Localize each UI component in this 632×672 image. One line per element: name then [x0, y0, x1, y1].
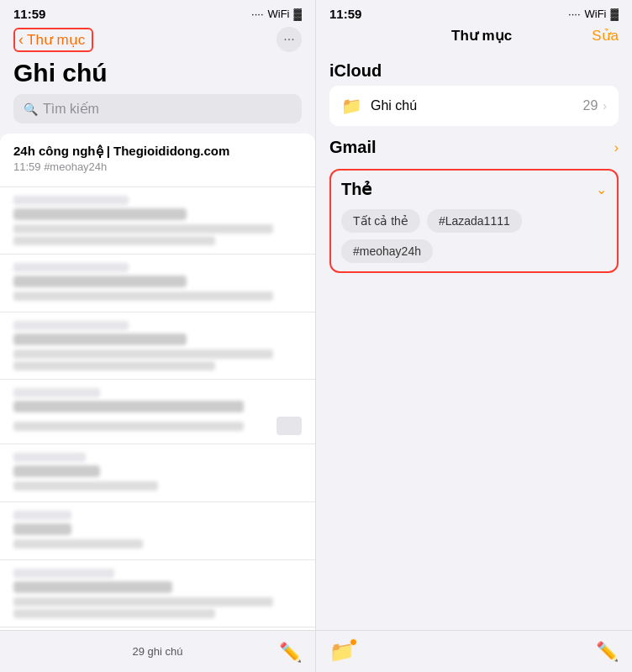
time-left: 11:59: [13, 7, 45, 21]
bottom-bar-left: 29 ghi chú ✏️: [0, 630, 315, 672]
back-label: Thư mục: [27, 31, 85, 49]
signal-icon: ····: [251, 8, 263, 20]
list-item[interactable]: [0, 560, 315, 627]
folder-row-ghi-chu[interactable]: 📁 Ghi chú 29 ›: [329, 86, 619, 126]
new-folder-badge: [350, 638, 357, 646]
note-title: 24h công nghệ | Thegioididong.com: [13, 144, 302, 159]
tag-all[interactable]: Tất cả thẻ: [341, 209, 420, 233]
status-icons-right: ···· WiFi ▓: [568, 8, 619, 20]
notes-list: 24h công nghệ | Thegioididong.com 11:59 …: [0, 134, 315, 630]
back-chevron-icon: ‹: [18, 31, 24, 49]
right-panel: 11:59 ···· WiFi ▓ Thư mục Sửa iCloud 📁 G…: [316, 0, 632, 672]
folders-list: iCloud 📁 Ghi chú 29 › Gmail › Thẻ ⌄ Tất …: [316, 51, 632, 630]
gmail-title: Gmail: [329, 138, 377, 157]
time-right: 11:59: [329, 7, 361, 21]
search-bar[interactable]: 🔍 Tìm kiếm: [13, 94, 302, 123]
tag-meohay[interactable]: #meohay24h: [341, 239, 433, 263]
tags-chevron-icon: ⌄: [596, 181, 607, 197]
signal-icon-right: ····: [568, 8, 580, 20]
status-bar-left: 11:59 ···· WiFi ▓: [0, 0, 315, 24]
more-icon: ···: [283, 32, 294, 47]
tags-section: Thẻ ⌄ Tất cả thẻ #Lazada1111 #meohay24h: [329, 169, 619, 273]
tag-lazada[interactable]: #Lazada1111: [427, 209, 522, 233]
back-button[interactable]: ‹ Thư mục: [13, 28, 93, 52]
folder-name: Ghi chú: [371, 98, 417, 113]
wifi-icon-right: WiFi: [585, 8, 607, 20]
folder-icon: 📁: [341, 96, 362, 116]
gmail-chevron-icon: ›: [614, 140, 619, 155]
compose-button[interactable]: ✏️: [279, 642, 302, 664]
edit-button[interactable]: Sửa: [592, 27, 619, 45]
new-folder-button[interactable]: 📁: [329, 640, 355, 664]
tags-header: Thẻ ⌄: [341, 179, 607, 199]
note-item-first[interactable]: 24h công nghệ | Thegioididong.com 11:59 …: [0, 134, 315, 187]
chevron-right-icon: ›: [603, 99, 607, 113]
tags-grid: Tất cả thẻ #Lazada1111 #meohay24h: [341, 209, 607, 263]
nav-title-right: Thư mục: [451, 27, 512, 45]
list-item[interactable]: [0, 255, 315, 312]
nav-bar-left: ‹ Thư mục ···: [0, 24, 315, 59]
folder-row-inner: 📁 Ghi chú: [341, 96, 417, 116]
list-item[interactable]: [0, 444, 315, 502]
wifi-icon: WiFi: [268, 8, 290, 20]
folder-right: 29 ›: [583, 98, 607, 113]
status-icons-left: ···· WiFi ▓: [251, 8, 302, 20]
status-bar-right: 11:59 ···· WiFi ▓: [316, 0, 632, 24]
search-icon: 🔍: [24, 102, 38, 116]
gmail-section[interactable]: Gmail ›: [329, 129, 619, 162]
battery-icon-right: ▓: [611, 8, 619, 20]
notes-count: 29 ghi chú: [133, 645, 183, 658]
page-title-left: Ghi chú: [0, 59, 315, 94]
tags-title: Thẻ: [341, 179, 371, 199]
icloud-section-header: iCloud: [329, 51, 619, 86]
compose-button-right[interactable]: ✏️: [596, 641, 619, 663]
list-item[interactable]: [0, 312, 315, 380]
battery-icon: ▓: [294, 8, 302, 20]
list-item[interactable]: [0, 502, 315, 560]
list-item[interactable]: [0, 187, 315, 255]
bottom-bar-right: 📁 ✏️: [316, 630, 632, 672]
search-placeholder: Tìm kiếm: [43, 101, 99, 117]
note-meta: 11:59 #meohay24h: [13, 160, 302, 173]
list-item[interactable]: [0, 380, 315, 444]
folder-count: 29: [583, 98, 598, 113]
nav-bar-right: Thư mục Sửa: [316, 24, 632, 51]
more-button[interactable]: ···: [276, 27, 302, 52]
left-panel: 11:59 ···· WiFi ▓ ‹ Thư mục ··· Ghi chú …: [0, 0, 316, 672]
